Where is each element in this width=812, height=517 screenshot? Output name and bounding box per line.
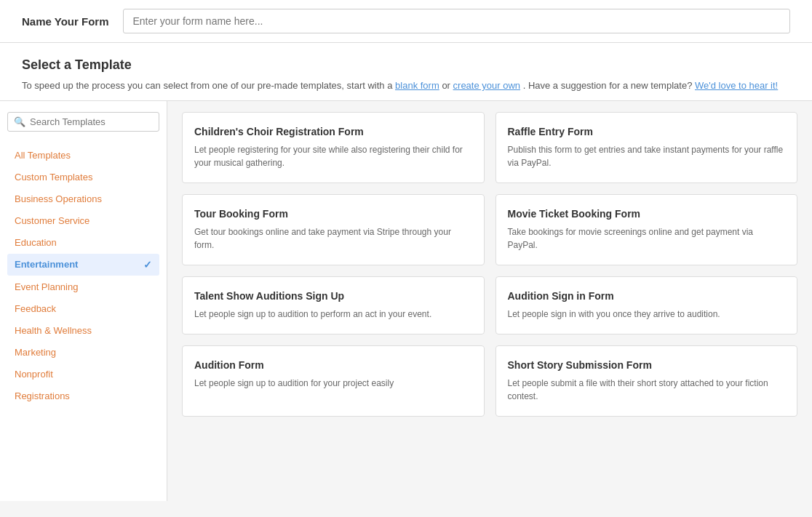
template-card[interactable]: Raffle Entry FormPublish this form to ge… (495, 112, 798, 183)
sidebar-item-registrations[interactable]: Registrations (7, 385, 159, 406)
sidebar-item-health--wellness[interactable]: Health & Wellness (7, 320, 159, 341)
template-card-title: Raffle Entry Form (508, 126, 786, 137)
nav-list: All TemplatesCustom TemplatesBusiness Op… (7, 145, 159, 406)
select-template-section: Select a Template To speed up the proces… (0, 43, 812, 101)
template-card-title: Audition Form (194, 359, 472, 371)
desc-suffix: . Have a suggestion for a new template? (523, 80, 695, 91)
sidebar-item-custom-templates[interactable]: Custom Templates (7, 167, 159, 188)
template-card-desc: Let people sign up to audition for your … (194, 377, 472, 390)
sidebar-item-label: Feedback (15, 303, 56, 314)
search-icon: 🔍 (14, 116, 25, 127)
template-card[interactable]: Children's Choir Registration FormLet pe… (182, 112, 485, 183)
create-your-own-link[interactable]: create your own (453, 80, 521, 91)
template-card[interactable]: Audition Sign in FormLet people sign in … (495, 276, 798, 334)
content-area: 🔍 All TemplatesCustom TemplatesBusiness … (0, 101, 812, 501)
template-card[interactable]: Talent Show Auditions Sign UpLet people … (182, 276, 485, 334)
sidebar-item-marketing[interactable]: Marketing (7, 342, 159, 363)
template-card[interactable]: Audition FormLet people sign up to audit… (182, 345, 485, 417)
template-card-desc: Let people sign in with you once they ar… (508, 308, 786, 321)
sidebar-item-feedback[interactable]: Feedback (7, 298, 159, 319)
desc-prefix: To speed up the process you can select f… (22, 80, 395, 91)
desc-middle: or (442, 80, 453, 91)
template-card-title: Tour Booking Form (194, 208, 472, 220)
template-card-title: Audition Sign in Form (508, 290, 786, 302)
sidebar-item-label: Event Planning (15, 281, 78, 292)
template-card-desc: Let people sign up to audition to perfor… (194, 308, 472, 321)
sidebar-item-event-planning[interactable]: Event Planning (7, 276, 159, 297)
blank-form-link[interactable]: blank form (395, 80, 439, 91)
template-card-title: Movie Ticket Booking Form (508, 208, 786, 220)
form-name-label: Name Your Form (22, 15, 108, 28)
template-card[interactable]: Short Story Submission FormLet people su… (495, 345, 798, 417)
template-card-desc: Let people submit a file with their shor… (508, 377, 786, 403)
sidebar-item-education[interactable]: Education (7, 232, 159, 253)
check-icon: ✓ (143, 259, 152, 270)
sidebar: 🔍 All TemplatesCustom TemplatesBusiness … (0, 101, 167, 501)
search-input[interactable] (30, 116, 153, 127)
template-card-title: Children's Choir Registration Form (194, 126, 472, 137)
form-name-input[interactable] (123, 9, 790, 33)
sidebar-item-entertainment[interactable]: Entertainment✓ (7, 254, 159, 276)
template-grid: Children's Choir Registration FormLet pe… (167, 101, 812, 501)
template-card[interactable]: Movie Ticket Booking FormTake bookings f… (495, 194, 798, 265)
template-card-desc: Get tour bookings online and take paymen… (194, 225, 472, 252)
select-template-desc: To speed up the process you can select f… (22, 79, 790, 93)
template-card-title: Short Story Submission Form (508, 359, 786, 371)
search-box[interactable]: 🔍 (7, 112, 159, 132)
sidebar-item-label: Custom Templates (15, 172, 92, 183)
sidebar-item-label: Nonprofit (15, 369, 53, 380)
sidebar-item-label: Business Operations (15, 193, 102, 204)
hear-it-link[interactable]: We'd love to hear it! (695, 80, 778, 91)
sidebar-item-label: Registrations (15, 390, 70, 401)
sidebar-item-business-operations[interactable]: Business Operations (7, 188, 159, 209)
template-card-title: Talent Show Auditions Sign Up (194, 290, 472, 302)
sidebar-item-label: Customer Service (15, 215, 89, 226)
sidebar-item-label: Entertainment (15, 259, 78, 270)
sidebar-item-label: Marketing (15, 347, 56, 358)
sidebar-item-nonprofit[interactable]: Nonprofit (7, 364, 159, 385)
sidebar-item-customer-service[interactable]: Customer Service (7, 210, 159, 231)
template-card-desc: Take bookings for movie screenings onlin… (508, 225, 786, 252)
sidebar-item-label: Education (15, 237, 57, 248)
template-card-desc: Publish this form to get entries and tak… (508, 143, 786, 169)
sidebar-item-all-templates[interactable]: All Templates (7, 145, 159, 166)
header-bar: Name Your Form (0, 0, 812, 43)
select-template-title: Select a Template (22, 57, 790, 73)
sidebar-item-label: Health & Wellness (15, 325, 92, 336)
template-card-desc: Let people registering for your site whi… (194, 143, 472, 169)
sidebar-item-label: All Templates (15, 150, 71, 161)
template-card[interactable]: Tour Booking FormGet tour bookings onlin… (182, 194, 485, 265)
